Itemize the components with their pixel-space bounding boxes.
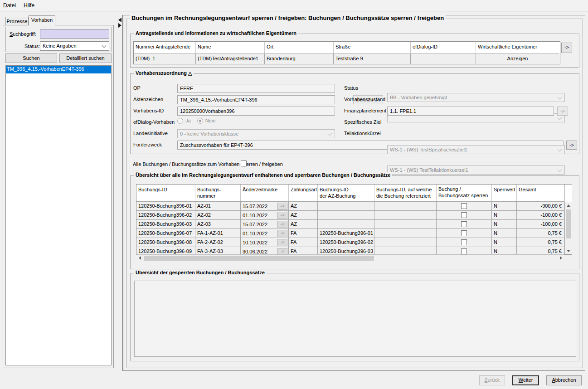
cell-zahlungsart: AZ [289, 211, 318, 220]
chevron-down-icon [558, 168, 562, 172]
chevron-down-icon [102, 44, 107, 48]
cell-sperrwert: N [492, 202, 517, 211]
collapse-left-icon[interactable] [118, 18, 121, 22]
cell-zahlungsart: FA [289, 238, 318, 247]
vertical-scroll-thumb[interactable] [566, 209, 571, 238]
search-box: Suchbegriff: Status: Keine Angaben [5, 27, 112, 52]
aktenzeichen-field[interactable]: TM_396_4.15.-VorhabenEP4T-396 [177, 95, 335, 104]
teilaktionskuerzel-value: WS-1 - (WS) TestTeilaktionkuerzel1 [390, 167, 468, 173]
cell-gesamt: 0,75 € [517, 238, 564, 247]
applicants-group: Antragstellende und Informationen zu wir… [130, 34, 579, 68]
bookings-table-header: Buchungs-ID Buchungs- nummer Änderzeitma… [136, 185, 564, 202]
search-button[interactable]: Suchen [5, 53, 57, 63]
zeitmarke-arrow-button: -> [277, 203, 287, 210]
col-az-buchung: Buchungs-ID der AZ-Buchung [318, 185, 374, 201]
result-list[interactable]: TM_396_4.15.-VorhabenEP4T-396 [5, 65, 112, 365]
applicants-detail-arrow-button[interactable]: -> [561, 43, 572, 53]
zeitmarke-value: 15.07.2022 [243, 204, 267, 209]
cell-sperrwert: N [492, 211, 517, 220]
applicant-row[interactable]: (TDM)_1 (TDM)TestAntragstellende1 Brande… [134, 53, 560, 64]
col-name: Name [196, 42, 265, 53]
spezifisches-ziel-combo: WS-1 - (WS) TestSpezifischesZiel1 [387, 145, 565, 154]
anzeigen-button[interactable]: Anzeigen [476, 53, 559, 64]
sperren-checkbox[interactable] [461, 212, 467, 218]
col-nummer-antragstellende: Nummer Antragstellende [134, 42, 196, 53]
booking-row[interactable]: 120250-Buchung396-07 FA-1-AZ-01 01.10.20… [136, 229, 564, 238]
col-sperren: Buchung / Buchungssatz sperren [437, 185, 492, 201]
status-combo[interactable]: Keine Angaben [40, 41, 109, 51]
menu-datei[interactable]: Datei [0, 0, 19, 10]
cell-az-id: 120250-Buchung396-03 [318, 247, 374, 254]
booking-row[interactable]: 120250-Buchung396-09 FA-3-AZ-03 30.06.20… [136, 247, 564, 254]
sperren-checkbox[interactable] [461, 239, 467, 245]
status-label: Status: [24, 44, 40, 49]
zeitmarke-arrow-button: -> [277, 230, 287, 237]
detailed-search-button[interactable]: Detailliert suchen [59, 53, 112, 63]
scroll-right-button[interactable] [558, 255, 564, 261]
lock-all-checkbox[interactable] [241, 160, 247, 166]
vertical-scrollbar[interactable] [564, 202, 572, 254]
col-strasse: Straße [334, 42, 411, 53]
vorhabens-id-label: Vorhabens-ID [133, 108, 164, 113]
header-sliver [564, 185, 572, 202]
cell-zeitmarke: 30.06.2022-> [241, 247, 289, 254]
scroll-left-button[interactable] [136, 255, 143, 261]
search-input[interactable] [40, 29, 109, 39]
arrow-down-icon [567, 250, 570, 252]
cell-nummer: AZ-02 [195, 211, 241, 220]
next-button[interactable]: Weiter [512, 375, 539, 385]
spezifisches-ziel-value: WS-1 - (WS) TestSpezifischesZiel1 [390, 147, 467, 152]
cell-nummer: AZ-03 [195, 220, 241, 229]
cell-zahlungsart: FA [289, 229, 318, 238]
finanzplanelement-field[interactable]: 1.1. FPE1.1 [387, 107, 554, 116]
sperren-checkbox[interactable] [461, 221, 467, 227]
applicants-group-title: Antragstellende und Informationen zu wir… [134, 30, 298, 36]
finanzplanelement-label: Finanzplanelement [344, 108, 386, 113]
cell-gesamt: -900,00 € [517, 202, 564, 211]
booking-row[interactable]: 120250-Buchung396-03 AZ-03 15.07.2022-> … [136, 220, 564, 229]
cell-az-id [318, 211, 374, 220]
tab-vorhaben[interactable]: Vorhaben [29, 15, 55, 25]
expand-right-icon[interactable] [118, 23, 121, 28]
foerderzweck-arrow-button[interactable]: -> [566, 141, 577, 150]
horizontal-scroll-thumb[interactable] [144, 256, 374, 261]
left-panel: Suchbegriff: Status: Keine Angaben Suche… [3, 25, 114, 368]
search-label: Suchbegriff: [10, 31, 36, 37]
landesinitiative-value: 0 - keine Vorhabensklasse [180, 131, 238, 136]
zeitmarke-value: 01.10.2022 [243, 231, 267, 236]
lock-all-label: Alle Buchungen / Buchungssätze zum Vorha… [133, 161, 283, 167]
horizontal-scrollbar[interactable] [136, 254, 564, 261]
landesinitiative-label: Landesinitiative [133, 131, 168, 136]
tab-prozesse[interactable]: Prozesse [5, 17, 29, 25]
sperren-checkbox[interactable] [461, 203, 467, 209]
cell-sperren [437, 220, 492, 229]
splitter-handle[interactable] [118, 18, 122, 29]
cell-ref-id [374, 229, 437, 238]
sperren-checkbox[interactable] [461, 248, 467, 254]
cell-name: (TDM)TestAntragstellende1 [196, 53, 265, 64]
chevron-down-icon [558, 116, 562, 120]
status-field-combo: BB - Vorhaben genehmigt [387, 93, 565, 102]
cell-nummer: (TDM)_1 [134, 53, 196, 64]
cell-id: 120250-Buchung396-09 [136, 247, 195, 254]
cell-id: 120250-Buchung396-07 [136, 229, 195, 238]
vorhabens-id-field[interactable]: 120250000Vorhaben396 [177, 107, 335, 116]
list-item-selected[interactable]: TM_396_4.15.-VorhabenEP4T-396 [6, 66, 111, 73]
sperren-checkbox[interactable] [461, 230, 467, 236]
col-efdialog-id: efDialog-ID [411, 42, 476, 53]
col-ort: Ort [265, 42, 334, 53]
cancel-button[interactable]: Abbrechen [546, 375, 582, 385]
scroll-down-button[interactable] [565, 247, 572, 254]
zeitmarke-value: 10.10.2022 [243, 240, 267, 245]
op-field[interactable]: EFRE [177, 84, 335, 93]
booking-row[interactable]: 120250-Buchung396-08 FA-2-AZ-02 10.10.20… [136, 238, 564, 247]
booking-row[interactable]: 120250-Buchung396-01 AZ-01 15.07.2022-> … [136, 202, 564, 211]
scroll-up-button[interactable] [565, 202, 572, 209]
finanzplanelement-arrow-button: -> [557, 107, 568, 116]
booking-row[interactable]: 120250-Buchung396-02 AZ-02 01.10.2022-> … [136, 211, 564, 220]
cell-nummer: AZ-01 [195, 202, 241, 211]
cell-sperren [437, 238, 492, 247]
menu-hilfe[interactable]: Hilfe [20, 0, 38, 10]
cell-zeitmarke: 15.07.2022-> [241, 220, 289, 229]
spezifisches-ziel-label: Spezifisches Ziel [344, 119, 382, 125]
